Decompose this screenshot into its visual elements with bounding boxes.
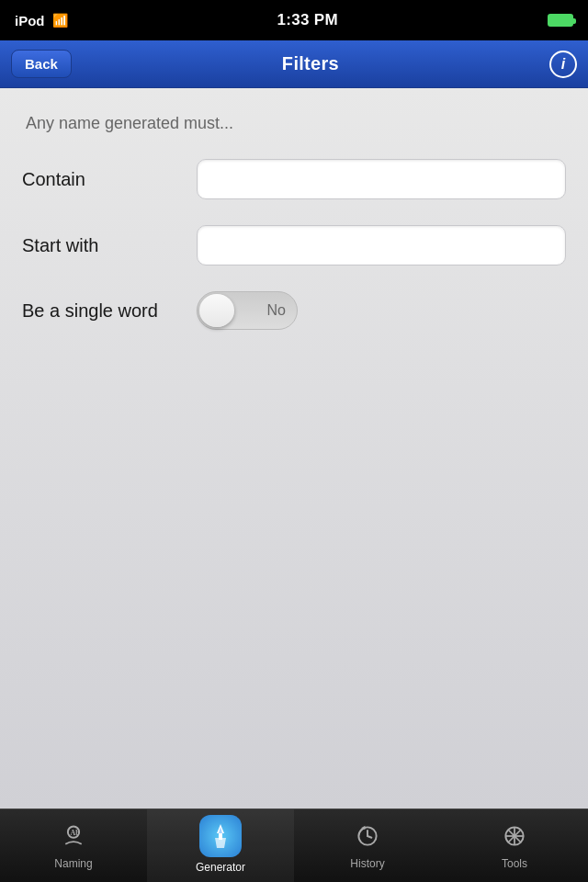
history-icon-wrapper: [350, 819, 385, 854]
contain-label: Contain: [22, 169, 197, 190]
info-button[interactable]: i: [549, 51, 577, 78]
generator-tab-label: Generator: [196, 861, 245, 874]
status-bar: iPod 📶 1:33 PM: [0, 0, 588, 40]
generator-icon-wrapper: [199, 815, 242, 857]
tab-bar: Ab Naming Generator: [0, 808, 588, 882]
status-left: iPod 📶: [15, 13, 68, 28]
toggle-state-label: No: [267, 302, 286, 319]
main-content: Any name generated must... Contain Start…: [0, 88, 588, 808]
toggle-thumb: [199, 294, 234, 327]
svg-text:Ab: Ab: [71, 829, 81, 837]
start-with-input[interactable]: [197, 225, 566, 266]
start-with-label: Start with: [22, 235, 197, 256]
svg-marker-4: [215, 838, 226, 848]
nav-bar: Back Filters i: [0, 40, 588, 88]
history-icon: [355, 823, 380, 849]
start-with-row: Start with: [22, 225, 566, 266]
single-word-label: Be a single word: [22, 300, 197, 322]
naming-icon-wrapper: Ab: [56, 819, 91, 854]
tab-tools[interactable]: Tools: [441, 809, 588, 882]
contain-row: Contain: [22, 159, 566, 199]
toggle-track: No: [197, 291, 298, 330]
tab-history[interactable]: History: [294, 809, 441, 882]
status-right: [548, 14, 573, 27]
tools-icon: [502, 823, 527, 849]
naming-tab-label: Naming: [54, 857, 92, 870]
svg-line-8: [368, 836, 371, 838]
back-button[interactable]: Back: [11, 50, 72, 78]
naming-icon: Ab: [61, 823, 86, 849]
tools-tab-label: Tools: [502, 857, 527, 870]
status-time: 1:33 PM: [277, 11, 338, 29]
section-label: Any name generated must...: [22, 114, 566, 133]
tab-generator[interactable]: Generator: [147, 809, 294, 882]
contain-input[interactable]: [197, 159, 566, 199]
single-word-row: Be a single word No: [22, 291, 566, 330]
tools-icon-wrapper: [497, 819, 532, 854]
tab-naming[interactable]: Ab Naming: [0, 809, 147, 882]
device-label: iPod: [15, 13, 45, 28]
generator-icon: [206, 821, 235, 851]
page-title: Filters: [72, 53, 549, 74]
wifi-icon: 📶: [52, 13, 68, 28]
single-word-toggle[interactable]: No: [197, 291, 298, 330]
battery-icon: [548, 14, 573, 27]
history-tab-label: History: [350, 857, 384, 870]
